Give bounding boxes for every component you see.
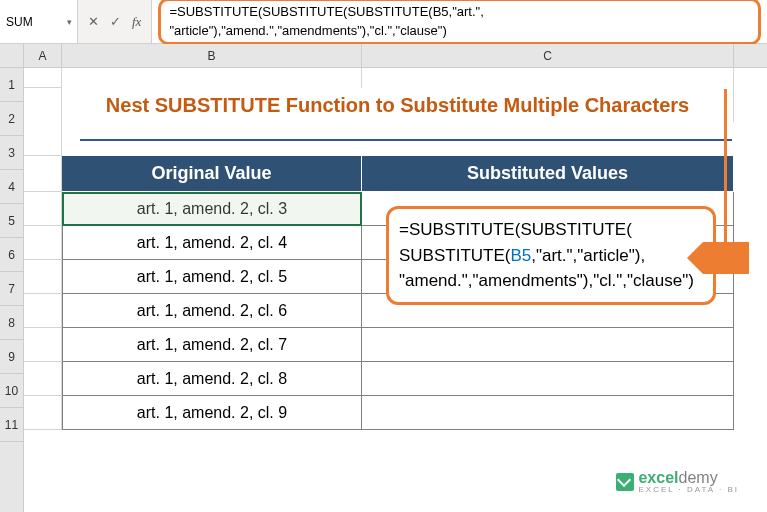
row-header[interactable]: 11 xyxy=(0,408,23,442)
row-header[interactable]: 5 xyxy=(0,204,23,238)
row-header[interactable]: 2 xyxy=(0,102,23,136)
cell-b6[interactable]: art. 1, amend. 2, cl. 4 xyxy=(62,226,362,260)
row-header[interactable]: 3 xyxy=(0,136,23,170)
row-header[interactable]: 1 xyxy=(0,68,23,102)
formula-bar: SUM ▾ ✕ ✓ fx =SUBSTITUTE(SUBSTITUTE(SUBS… xyxy=(0,0,767,44)
cell[interactable] xyxy=(24,88,62,122)
cell[interactable] xyxy=(24,122,62,156)
row-header[interactable]: 9 xyxy=(0,340,23,374)
name-box[interactable]: SUM ▾ xyxy=(0,0,78,43)
row-header[interactable]: 7 xyxy=(0,272,23,306)
overlay-text: SUBSTITUTE( xyxy=(399,246,510,265)
overlay-text: "amend.","amendments"),"cl.","clause") xyxy=(399,271,694,290)
cell-c11[interactable] xyxy=(362,396,734,430)
arrow-icon xyxy=(703,242,749,274)
col-header[interactable]: B xyxy=(62,44,362,67)
cell-b9[interactable]: art. 1, amend. 2, cl. 7 xyxy=(62,328,362,362)
cancel-icon[interactable]: ✕ xyxy=(82,14,104,29)
watermark-sub: EXCEL · DATA · BI xyxy=(638,485,739,494)
header-substituted[interactable]: Substituted Values xyxy=(362,156,734,192)
col-header[interactable]: A xyxy=(24,44,62,67)
title-underline xyxy=(80,139,732,141)
col-header[interactable]: C xyxy=(362,44,734,67)
select-all-corner[interactable] xyxy=(0,44,23,68)
cell[interactable] xyxy=(62,68,362,88)
row-headers: 1 2 3 4 5 6 7 8 9 10 11 xyxy=(0,44,24,512)
fx-icon[interactable]: fx xyxy=(126,14,147,30)
callout-connector xyxy=(724,89,727,245)
formula-input[interactable]: =SUBSTITUTE(SUBSTITUTE(SUBSTITUTE(B5,"ar… xyxy=(152,0,767,43)
cell[interactable] xyxy=(24,260,62,294)
overlay-text: SUBSTITUTE( xyxy=(520,220,631,239)
cell[interactable] xyxy=(24,362,62,396)
cell-b10[interactable]: art. 1, amend. 2, cl. 8 xyxy=(62,362,362,396)
cell-b5[interactable]: art. 1, amend. 2, cl. 3 xyxy=(62,192,362,226)
cell[interactable] xyxy=(24,226,62,260)
overlay-text: ,"art.","article"), xyxy=(531,246,645,265)
cell[interactable] xyxy=(24,192,62,226)
row-header[interactable]: 6 xyxy=(0,238,23,272)
cell-c9[interactable] xyxy=(362,328,734,362)
cell[interactable] xyxy=(24,396,62,430)
grid-area: 1 2 3 4 5 6 7 8 9 10 11 A B C Nest SUBST… xyxy=(0,44,767,512)
cell-b7[interactable]: art. 1, amend. 2, cl. 5 xyxy=(62,260,362,294)
row-header[interactable]: 10 xyxy=(0,374,23,408)
watermark-logo-icon xyxy=(616,473,634,491)
row-header[interactable]: 8 xyxy=(0,306,23,340)
enter-icon[interactable]: ✓ xyxy=(104,14,126,29)
grid: A B C Nest SUBSTITUTE Function to Substi… xyxy=(24,44,767,512)
cell-c10[interactable] xyxy=(362,362,734,396)
name-box-value: SUM xyxy=(0,15,61,29)
row-header[interactable]: 4 xyxy=(0,170,23,204)
overlay-cell-ref: B5 xyxy=(510,246,531,265)
watermark: exceldemy EXCEL · DATA · BI xyxy=(616,469,739,494)
formula-bar-icons: ✕ ✓ fx xyxy=(78,0,152,43)
cell[interactable] xyxy=(24,294,62,328)
title-cell[interactable]: Nest SUBSTITUTE Function to Substitute M… xyxy=(62,88,734,122)
cell[interactable] xyxy=(24,68,62,88)
name-box-dropdown-icon[interactable]: ▾ xyxy=(61,17,77,27)
header-original[interactable]: Original Value xyxy=(62,156,362,192)
cell-b11[interactable]: art. 1, amend. 2, cl. 9 xyxy=(62,396,362,430)
formula-callout-top: =SUBSTITUTE(SUBSTITUTE(SUBSTITUTE(B5,"ar… xyxy=(158,0,761,45)
page-title: Nest SUBSTITUTE Function to Substitute M… xyxy=(106,94,689,117)
cell[interactable] xyxy=(24,328,62,362)
cell[interactable] xyxy=(362,68,734,88)
cell[interactable] xyxy=(24,156,62,192)
formula-callout-cell: =SUBSTITUTE(SUBSTITUTE( SUBSTITUTE(B5,"a… xyxy=(386,206,716,305)
overlay-text: =SUBSTITUTE( xyxy=(399,220,520,239)
col-headers: A B C xyxy=(24,44,767,68)
cell-b8[interactable]: art. 1, amend. 2, cl. 6 xyxy=(62,294,362,328)
